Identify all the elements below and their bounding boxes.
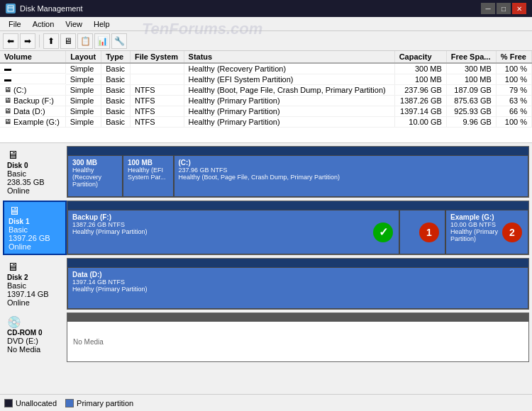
cell-capacity: 10.00 GB [394,117,446,128]
cell-volume: 🖥 Example (G:) [0,117,66,128]
disk-label-1[interactable]: 🖥 Disk 1 Basic 1397.26 GB Online [3,201,67,255]
disk-name: Disk 2 [7,274,62,281]
toolbar-btn-2[interactable]: ➡ [20,33,35,49]
col-volume[interactable]: Volume [0,51,66,63]
cell-status: Healthy (Primary Partition) [184,106,394,117]
disk-area: 🖥 Disk 0 Basic 238.35 GB Online 300 MBHe… [0,143,532,394]
disk-icon: 🖥 [7,149,62,162]
volume-name: Backup (F:) [13,96,54,105]
legend-unallocated-label: Unallocated [16,399,57,407]
partition-0-2[interactable]: (C:)237.96 GB NTFSHealthy (Boot, Page Fi… [174,155,529,197]
volume-icon: ▬ [4,75,11,83]
menu-view[interactable]: View [60,18,88,30]
volume-name: Example (G:) [13,118,60,126]
disk-size: 1397.26 GB [9,234,61,242]
partition-sublabel: 1387.26 GB NTFS [72,221,394,228]
disk-icon: 🖥 [7,261,62,274]
cell-volume: 🖥 (C:) [0,85,66,96]
cell-fs [130,74,184,85]
toolbar-btn-7[interactable]: 🔧 [111,33,127,49]
col-type[interactable]: Type [101,51,131,63]
col-freespace[interactable]: Free Spa... [446,51,496,63]
table-row[interactable]: 🖥 Example (G:) Simple Basic NTFS Healthy… [0,117,532,128]
disk-icon: 🖥 [9,205,61,218]
cell-volume: ▬ [0,74,66,84]
cell-freespace: 187.09 GB [446,85,496,96]
disk-label-3[interactable]: 💿 CD-ROM 0 DVD (E:) No Media [3,313,67,362]
col-capacity[interactable]: Capacity [394,51,446,63]
disk-status: No Media [7,345,62,354]
minimize-button[interactable]: ─ [481,3,495,14]
cell-layout: Simple [66,74,101,85]
cell-layout: Simple [66,96,101,106]
main-content: Volume Layout Type File System Status Ca… [0,51,532,411]
disk-partitions-1: Backup (F:)1387.26 GB NTFSHealthy (Prima… [67,201,529,255]
col-pctfree[interactable]: % Free [496,51,531,63]
cell-status: Healthy (Boot, Page File, Crash Dump, Pr… [184,85,394,96]
checkmark-badge: ✓ [373,223,393,242]
partition-sublabel: 1397.14 GB NTFS [72,278,523,286]
table-row[interactable]: ▬ Simple Basic Healthy (Recovery Partiti… [0,63,532,74]
partition-row: Backup (F:)1387.26 GB NTFSHealthy (Prima… [67,210,528,254]
col-layout[interactable]: Layout [66,51,101,63]
disk-row: 🖥 Disk 0 Basic 238.35 GB Online 300 MBHe… [3,146,529,198]
maximize-button[interactable]: □ [497,3,511,14]
volume-icon: 🖥 [4,118,11,125]
toolbar-btn-3[interactable]: ⬆ [43,33,59,49]
menu-file[interactable]: File [3,18,27,30]
cell-freespace: 875.63 GB [446,96,496,106]
table-row[interactable]: 🖥 Backup (F:) Simple Basic NTFS Healthy … [0,96,532,106]
table-row[interactable]: ▬ Simple Basic Healthy (EFI System Parti… [0,74,532,85]
disk-header-bar [67,147,528,155]
menu-action[interactable]: Action [27,18,60,30]
toolbar-btn-5[interactable]: 📋 [77,33,93,49]
cell-capacity: 237.96 GB [394,85,446,96]
partition-label: 300 MB [72,159,118,167]
disk-status: Online [7,186,62,195]
title-bar: Disk Management ─ □ ✕ [0,0,532,17]
disk-partitions-2: Data (D:)1397.14 GB NTFSHealthy (Primary… [67,258,529,310]
col-filesystem[interactable]: File System [130,51,184,63]
volume-icon: 🖥 [4,96,11,104]
toolbar-btn-6[interactable]: 📊 [94,33,110,49]
partition-sublabel: Healthy (Recovery Partition) [72,167,118,188]
partition-1-2[interactable]: Example (G:)10.00 GB NTFSHealthy (Primar… [445,210,528,254]
col-status[interactable]: Status [184,51,394,63]
volume-icon: 🖥 [4,86,11,94]
menu-bar: File Action View Help [0,17,532,31]
cell-status: Healthy (Primary Partition) [184,117,394,128]
cell-type: Basic [101,63,131,74]
partition-0-1[interactable]: 100 MBHealthy (EFI System Par... [123,155,174,197]
cell-capacity: 300 MB [394,63,446,74]
partition-1-0[interactable]: Backup (F:)1387.26 GB NTFSHealthy (Prima… [67,210,399,254]
menu-help[interactable]: Help [88,18,116,30]
cell-type: Basic [101,85,131,96]
table-row[interactable]: 🖥 Data (D:) Simple Basic NTFS Healthy (P… [0,106,532,117]
partition-row: Data (D:)1397.14 GB NTFSHealthy (Primary… [67,267,528,309]
disk-label-0[interactable]: 🖥 Disk 0 Basic 238.35 GB Online [3,146,67,198]
partition-0-0[interactable]: 300 MBHealthy (Recovery Partition) [67,155,123,197]
cell-type: Basic [101,96,131,106]
cell-layout: Simple [66,117,101,128]
toolbar-btn-1[interactable]: ⬅ [3,33,18,49]
close-button[interactable]: ✕ [512,3,526,14]
disk-label-2[interactable]: 🖥 Disk 2 Basic 1397.14 GB Online [3,258,67,310]
partition-2-0[interactable]: Data (D:)1397.14 GB NTFSHealthy (Primary… [67,267,528,309]
disk-row: 🖥 Disk 1 Basic 1397.26 GB Online Backup … [3,201,529,255]
cell-layout: Simple [66,63,101,74]
volume-name: (C:) [13,86,26,94]
volume-name: Data (D:) [13,107,45,116]
cell-capacity: 100 MB [394,74,446,85]
volume-icon: 🖥 [4,107,11,115]
disk-row: 🖥 Disk 2 Basic 1397.14 GB Online Data (D… [3,258,529,310]
cell-fs: NTFS [130,106,184,117]
disk-type: Basic [7,281,62,290]
partition-1-1[interactable]: 1 [399,210,445,254]
toolbar-btn-4[interactable]: 🖥 [60,33,76,49]
cell-fs: NTFS [130,96,184,106]
table-row[interactable]: 🖥 (C:) Simple Basic NTFS Healthy (Boot, … [0,85,532,96]
cell-pctfree: 79 % [496,85,531,96]
disk-type: Basic [7,169,62,178]
disk-name: CD-ROM 0 [7,329,62,337]
cell-type: Basic [101,74,131,85]
